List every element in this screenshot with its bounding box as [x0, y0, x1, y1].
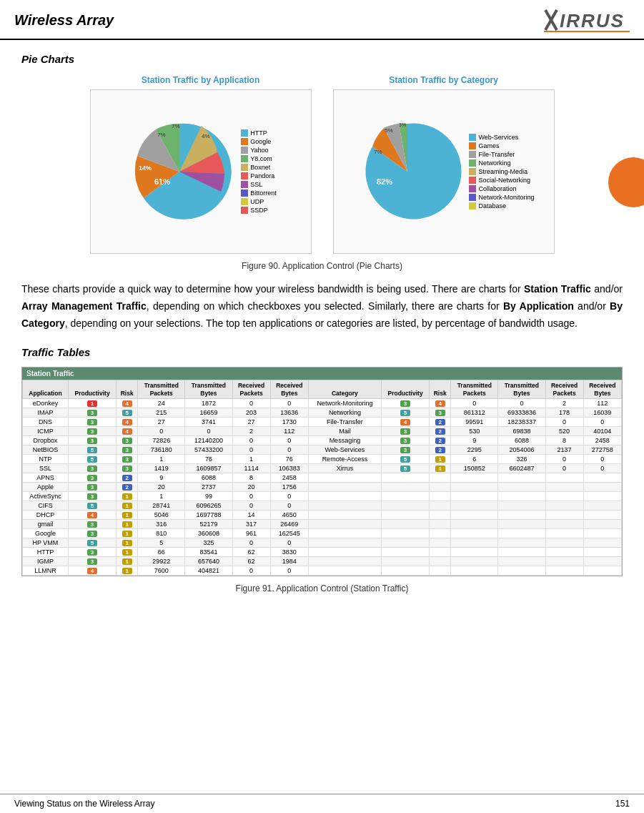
cell-rx-pkt: 8 — [232, 473, 270, 482]
cell-tx-pkt: 72826 — [138, 435, 185, 445]
cell-risk: 1 — [117, 528, 138, 538]
cell-app: gmail — [23, 519, 69, 528]
cell-tx-bytes: 57433200 — [185, 445, 232, 454]
cell-cat-tx-pkt — [451, 547, 498, 556]
cell-cat — [308, 566, 381, 575]
cell-cat-rx-pkt — [545, 519, 583, 528]
cell-tx-pkt: 316 — [138, 519, 185, 528]
cell-risk: 1 — [117, 510, 138, 519]
cell-cat-rx-pkt — [545, 473, 583, 482]
cell-cat-prod: 4 — [381, 417, 429, 426]
svg-text:82%: 82% — [377, 177, 392, 186]
cell-risk: 2 — [117, 482, 138, 491]
cell-app: LLMNR — [23, 566, 69, 575]
legend-web-services: Web-Services — [469, 134, 534, 141]
cell-tx-bytes: 360608 — [185, 528, 232, 538]
cell-cat — [308, 556, 381, 566]
cell-cat-rx-bytes: 0 — [583, 463, 621, 473]
table-row: Apple 3 2 20 2737 20 1756 — [23, 482, 622, 491]
chart2-legend: Web-Services Games File-Transfer Network… — [469, 134, 534, 210]
cell-app: ICMP — [23, 426, 69, 435]
cell-risk: 3 — [117, 445, 138, 454]
cell-tx-pkt: 810 — [138, 528, 185, 538]
cell-cat-tx-bytes — [498, 538, 545, 547]
table-row: gmail 3 1 316 52179 317 26469 — [23, 519, 622, 528]
page-title: Wireless Array — [14, 12, 114, 29]
cell-cat-rx-pkt: 520 — [545, 426, 583, 435]
cell-cat-rx-pkt — [545, 538, 583, 547]
cell-cat: Messaging — [308, 435, 381, 445]
cell-cat-prod: 5 — [381, 463, 429, 473]
cell-cat-tx-pkt: 150852 — [451, 463, 498, 473]
cell-cat-risk — [430, 528, 451, 538]
cell-prod: 3 — [68, 463, 116, 473]
cell-cat-rx-pkt: 2 — [545, 398, 583, 408]
cell-cat-prod — [381, 566, 429, 575]
cell-cat-rx-pkt: 0 — [545, 454, 583, 463]
cell-prod: 3 — [68, 491, 116, 501]
cell-cat-rx-pkt: 2137 — [545, 445, 583, 454]
table-row: SSL 3 3 1419 1609857 1114 106383 Xirrus … — [23, 463, 622, 473]
cell-app: HTTP — [23, 547, 69, 556]
cell-tx-pkt: 736180 — [138, 445, 185, 454]
cell-tx-bytes: 404821 — [185, 566, 232, 575]
table-row: HTTP 3 1 66 83541 62 3830 — [23, 547, 622, 556]
table-row: CIFS 5 1 28741 6096265 0 0 — [23, 501, 622, 510]
cell-cat-tx-bytes: 69838 — [498, 426, 545, 435]
chart2-pie: 82% 7% 5% 3% — [352, 117, 463, 227]
svg-text:7%: 7% — [374, 149, 382, 155]
cell-cat-rx-pkt — [545, 482, 583, 491]
cell-risk: 3 — [117, 454, 138, 463]
table-row: Dropbox 3 3 72826 12140200 0 0 Messaging… — [23, 435, 622, 445]
cell-tx-pkt: 5046 — [138, 510, 185, 519]
legend-google: Google — [241, 138, 277, 145]
cell-app: IGMP — [23, 556, 69, 566]
cell-cat-risk: 2 — [430, 445, 451, 454]
traffic-tables-heading: Traffic Tables — [21, 346, 623, 358]
cell-cat-rx-bytes: 0 — [583, 454, 621, 463]
cell-rx-pkt: 1 — [232, 454, 270, 463]
cell-rx-pkt: 14 — [232, 510, 270, 519]
cell-cat-tx-pkt — [451, 556, 498, 566]
cell-cat-risk — [430, 547, 451, 556]
cell-risk: 1 — [117, 556, 138, 566]
cell-cat-rx-bytes — [583, 501, 621, 510]
cell-cat-rx-bytes — [583, 482, 621, 491]
cell-cat-rx-bytes — [583, 528, 621, 538]
legend-database: Database — [469, 202, 534, 210]
cell-rx-pkt: 27 — [232, 417, 270, 426]
cell-cat-prod — [381, 482, 429, 491]
xirrus-logo: IRRUS — [544, 7, 630, 33]
cell-prod: 3 — [68, 482, 116, 491]
col-cat-risk: Risk — [430, 380, 451, 398]
cell-cat-tx-bytes — [498, 528, 545, 538]
cell-prod: 1 — [68, 398, 116, 408]
cell-cat-prod: 3 — [381, 426, 429, 435]
description-text: These charts provide a quick way to dete… — [21, 281, 623, 332]
cell-prod: 5 — [68, 454, 116, 463]
cell-cat-tx-pkt: 0 — [451, 398, 498, 408]
cell-cat-rx-pkt: 8 — [545, 435, 583, 445]
cell-cat-risk: 3 — [430, 408, 451, 417]
figure-90-caption: Figure 90. Application Control (Pie Char… — [21, 261, 623, 271]
legend-boxnet: Boxnet — [241, 164, 277, 171]
svg-text:61%: 61% — [154, 177, 170, 186]
cell-app: Google — [23, 528, 69, 538]
cell-rx-pkt: 0 — [232, 398, 270, 408]
cell-tx-pkt: 1 — [138, 454, 185, 463]
cell-app: HP VMM — [23, 538, 69, 547]
cell-rx-bytes: 3830 — [270, 547, 308, 556]
legend-udp: UDP — [241, 198, 277, 205]
cell-cat: File-Transfer — [308, 417, 381, 426]
cell-cat-rx-pkt — [545, 501, 583, 510]
cell-rx-pkt: 2 — [232, 426, 270, 435]
cell-app: APNS — [23, 473, 69, 482]
cell-tx-bytes: 1697788 — [185, 510, 232, 519]
table-row: DHCP 4 1 5046 1697788 14 4650 — [23, 510, 622, 519]
cell-rx-bytes: 0 — [270, 566, 308, 575]
cell-prod: 3 — [68, 408, 116, 417]
cell-cat-rx-bytes: 16039 — [583, 408, 621, 417]
col-application: Application — [23, 380, 69, 398]
cell-tx-pkt: 24 — [138, 398, 185, 408]
table-row: LLMNR 4 1 7600 404821 0 0 — [23, 566, 622, 575]
